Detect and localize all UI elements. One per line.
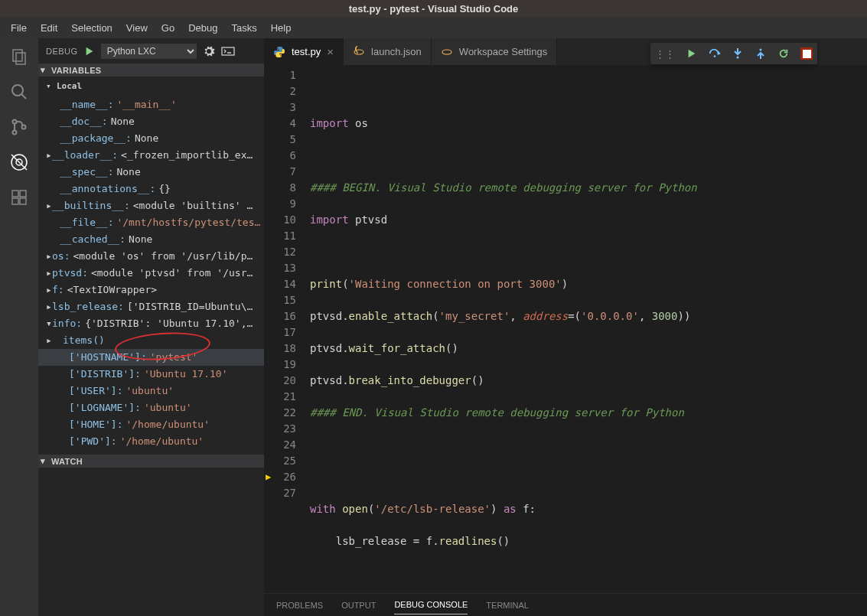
svg-point-17 <box>714 55 716 57</box>
menu-file[interactable]: File <box>4 19 34 37</box>
tab-label: Workspace Settings <box>459 46 547 57</box>
debug-side-panel: DEBUG Python LXC ▾ VARIABLES ▾Local __na… <box>38 38 264 616</box>
gear-icon[interactable] <box>203 45 215 57</box>
var-row-hostname: ['HOSTNAME']:'pytest' <box>38 349 264 366</box>
menu-edit[interactable]: Edit <box>34 19 64 37</box>
search-icon[interactable] <box>10 83 28 101</box>
var-row: ▸__builtins__:<module 'builtins' … <box>38 197 264 214</box>
restart-button[interactable] <box>777 47 790 60</box>
tab-label: launch.json <box>371 46 422 57</box>
svg-rect-15 <box>222 47 234 55</box>
menu-bar: File Edit Selection View Go Debug Tasks … <box>0 18 867 38</box>
debug-header: DEBUG Python LXC <box>38 38 264 64</box>
panel-debug-console[interactable]: DEBUG CONSOLE <box>394 595 468 614</box>
menu-selection[interactable]: Selection <box>64 19 119 37</box>
line-gutter: 1234567891011121314151617181920212223242… <box>264 65 310 593</box>
explorer-icon[interactable] <box>10 47 28 66</box>
var-row: ['LOGNAME']:'ubuntu' <box>38 399 264 416</box>
debug-console-icon[interactable] <box>221 47 233 56</box>
var-row: __cached__:None <box>38 231 264 248</box>
python-icon <box>273 46 285 58</box>
svg-marker-16 <box>689 50 696 58</box>
var-row: __annotations__:{} <box>38 181 264 197</box>
svg-rect-20 <box>803 50 811 58</box>
panel-problems[interactable]: PROBLEMS <box>276 596 323 614</box>
debug-config-select[interactable]: Python LXC <box>101 44 197 59</box>
watch-section-header[interactable]: ▾ WATCH <box>38 455 264 468</box>
svg-rect-0 <box>13 50 22 61</box>
var-row: ['USER']:'ubuntu' <box>38 383 264 399</box>
continue-button[interactable] <box>686 47 698 60</box>
var-row: ▸items() <box>38 332 264 349</box>
var-row: ['DISTRIB']:'Ubuntu 17.10' <box>38 366 264 383</box>
menu-tasks[interactable]: Tasks <box>224 19 263 37</box>
variables-label: VARIABLES <box>51 66 101 75</box>
editor-area: ⋮⋮ test.py × launch.json Workspace Setti… <box>264 38 867 616</box>
start-debug-button[interactable] <box>84 46 95 57</box>
var-row: ▸ptvsd:<module 'ptvsd' from '/usr… <box>38 265 264 282</box>
code-content[interactable]: import os #### BEGIN. Visual Studio remo… <box>310 65 697 593</box>
svg-marker-14 <box>86 47 93 55</box>
chevron-down-icon: ▾ <box>41 65 48 75</box>
var-row: ▸os:<module 'os' from '/usr/lib/p… <box>38 248 264 265</box>
svg-rect-13 <box>20 198 26 204</box>
menu-go[interactable]: Go <box>155 19 181 37</box>
svg-rect-12 <box>12 198 18 204</box>
menu-view[interactable]: View <box>119 19 155 37</box>
step-into-button[interactable] <box>732 47 744 60</box>
var-row: __package__:None <box>38 130 264 147</box>
menu-help[interactable]: Help <box>264 19 298 37</box>
tab-label: test.py <box>292 46 321 57</box>
panel-output[interactable]: OUTPUT <box>341 596 376 614</box>
variables-tree[interactable]: ▾Local __name__:'__main__' __doc__:None … <box>38 77 264 450</box>
variables-section-header[interactable]: ▾ VARIABLES <box>38 64 264 77</box>
var-row: __name__:'__main__' <box>38 96 264 113</box>
menu-debug[interactable]: Debug <box>181 19 224 37</box>
watch-label: WATCH <box>51 457 83 466</box>
drag-handle-icon[interactable]: ⋮⋮ <box>655 48 675 60</box>
svg-rect-1 <box>16 53 25 64</box>
tab-workspace-settings[interactable]: Workspace Settings <box>432 38 557 65</box>
scope-local[interactable]: ▾Local <box>38 77 264 96</box>
svg-point-4 <box>13 120 17 124</box>
var-row: ▾info:{'DISTRIB': 'Ubuntu 17.10',… <box>38 315 264 332</box>
var-row: ▸__loader__:<_frozen_importlib_ex… <box>38 147 264 164</box>
window-title: test.py - pytest - Visual Studio Code <box>349 3 519 15</box>
svg-line-3 <box>21 94 26 99</box>
debug-icon[interactable] <box>10 153 28 171</box>
step-out-button[interactable] <box>755 47 767 60</box>
var-row: ['PWD']:'/home/ubuntu' <box>38 433 264 450</box>
git-icon[interactable] <box>10 118 28 136</box>
svg-point-6 <box>22 125 26 129</box>
code-editor[interactable]: 1234567891011121314151617181920212223242… <box>264 65 867 593</box>
svg-rect-11 <box>20 191 26 197</box>
debug-toolbar[interactable]: ⋮⋮ <box>650 43 817 64</box>
stop-button[interactable] <box>800 47 813 60</box>
svg-point-18 <box>737 57 739 59</box>
svg-rect-10 <box>12 191 18 197</box>
var-row: ['HOME']:'/home/ubuntu' <box>38 416 264 433</box>
svg-point-21 <box>354 50 363 54</box>
tab-launch-json[interactable]: launch.json <box>344 38 432 65</box>
json-icon <box>353 46 365 58</box>
var-row: __spec__:None <box>38 164 264 181</box>
chevron-down-icon: ▾ <box>41 456 48 466</box>
json-icon <box>441 46 453 58</box>
svg-point-5 <box>13 131 17 135</box>
var-row: __doc__:None <box>38 113 264 130</box>
svg-point-22 <box>442 50 451 54</box>
var-row: ▸f:<TextIOWrapper> <box>38 282 264 298</box>
debug-label: DEBUG <box>46 47 78 56</box>
title-bar: test.py - pytest - Visual Studio Code <box>0 0 867 18</box>
extensions-icon[interactable] <box>10 188 28 207</box>
panel-terminal[interactable]: TERMINAL <box>486 596 529 614</box>
activity-bar <box>0 38 38 616</box>
step-over-button[interactable] <box>709 47 721 60</box>
bottom-panel-tabs: PROBLEMS OUTPUT DEBUG CONSOLE TERMINAL <box>264 593 867 616</box>
svg-point-2 <box>12 85 23 96</box>
var-row: __file__:'/mnt/hostfs/pytest/tes… <box>38 214 264 231</box>
close-icon[interactable]: × <box>327 45 334 58</box>
var-row: ▸lsb_release:['DISTRIB_ID=Ubuntu\… <box>38 298 264 315</box>
svg-point-19 <box>760 49 762 51</box>
tab-test-py[interactable]: test.py × <box>264 38 344 65</box>
